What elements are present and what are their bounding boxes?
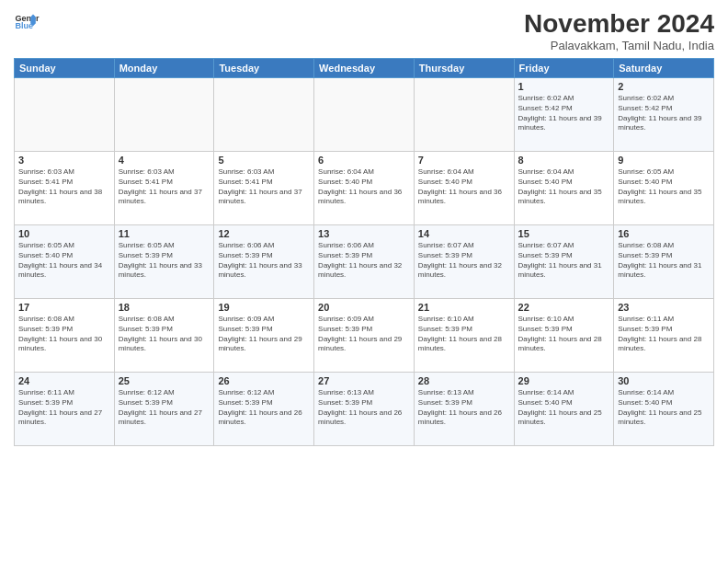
day-info: Sunrise: 6:09 AM Sunset: 5:39 PM Dayligh…: [318, 315, 410, 354]
day-number: 15: [518, 228, 610, 239]
day-info: Sunrise: 6:08 AM Sunset: 5:39 PM Dayligh…: [119, 315, 210, 354]
day-number: 3: [18, 155, 110, 166]
day-info: Sunrise: 6:09 AM Sunset: 5:39 PM Dayligh…: [218, 315, 310, 354]
day-info: Sunrise: 6:05 AM Sunset: 5:40 PM Dayligh…: [18, 241, 110, 281]
day-number: 7: [418, 155, 510, 166]
day-number: 1: [518, 81, 610, 92]
day-number: 4: [119, 155, 210, 166]
day-cell: 4Sunrise: 6:03 AM Sunset: 5:41 PM Daylig…: [114, 152, 214, 225]
day-cell: 17Sunrise: 6:08 AM Sunset: 5:39 PM Dayli…: [15, 299, 115, 373]
day-number: 23: [618, 302, 710, 313]
day-cell: 9Sunrise: 6:05 AM Sunset: 5:40 PM Daylig…: [614, 152, 714, 225]
header-wednesday: Wednesday: [314, 59, 415, 78]
calendar-table: Sunday Monday Tuesday Wednesday Thursday…: [14, 58, 714, 446]
week-row-3: 10Sunrise: 6:05 AM Sunset: 5:40 PM Dayli…: [15, 225, 714, 299]
day-number: 28: [418, 375, 510, 386]
day-cell: [15, 78, 115, 152]
day-number: 26: [218, 375, 310, 386]
day-cell: [314, 78, 415, 152]
day-info: Sunrise: 6:03 AM Sunset: 5:41 PM Dayligh…: [218, 167, 310, 207]
day-number: 14: [418, 228, 510, 239]
day-cell: 21Sunrise: 6:10 AM Sunset: 5:39 PM Dayli…: [414, 299, 514, 373]
day-cell: 28Sunrise: 6:13 AM Sunset: 5:39 PM Dayli…: [414, 373, 514, 446]
day-info: Sunrise: 6:07 AM Sunset: 5:39 PM Dayligh…: [418, 241, 510, 281]
day-cell: 29Sunrise: 6:14 AM Sunset: 5:40 PM Dayli…: [514, 373, 614, 446]
day-number: 30: [618, 375, 710, 386]
day-number: 27: [318, 375, 410, 386]
day-cell: 6Sunrise: 6:04 AM Sunset: 5:40 PM Daylig…: [314, 152, 415, 225]
day-cell: 14Sunrise: 6:07 AM Sunset: 5:39 PM Dayli…: [414, 225, 514, 299]
day-info: Sunrise: 6:07 AM Sunset: 5:39 PM Dayligh…: [518, 241, 610, 281]
subtitle: Palavakkam, Tamil Nadu, India: [524, 39, 714, 52]
day-info: Sunrise: 6:06 AM Sunset: 5:39 PM Dayligh…: [218, 241, 310, 281]
day-cell: 2Sunrise: 6:02 AM Sunset: 5:42 PM Daylig…: [614, 78, 714, 152]
day-info: Sunrise: 6:11 AM Sunset: 5:39 PM Dayligh…: [618, 315, 710, 354]
day-info: Sunrise: 6:04 AM Sunset: 5:40 PM Dayligh…: [318, 167, 410, 207]
week-row-5: 24Sunrise: 6:11 AM Sunset: 5:39 PM Dayli…: [15, 373, 714, 446]
day-number: 6: [318, 155, 410, 166]
svg-text:Blue: Blue: [15, 21, 33, 30]
day-cell: 7Sunrise: 6:04 AM Sunset: 5:40 PM Daylig…: [414, 152, 514, 225]
day-number: 20: [318, 302, 410, 313]
day-cell: 8Sunrise: 6:04 AM Sunset: 5:40 PM Daylig…: [514, 152, 614, 225]
header-tuesday: Tuesday: [214, 59, 314, 78]
day-number: 8: [518, 155, 610, 166]
header-row: Sunday Monday Tuesday Wednesday Thursday…: [15, 59, 714, 78]
week-row-4: 17Sunrise: 6:08 AM Sunset: 5:39 PM Dayli…: [15, 299, 714, 373]
day-cell: 24Sunrise: 6:11 AM Sunset: 5:39 PM Dayli…: [15, 373, 115, 446]
month-title: November 2024: [524, 9, 714, 39]
day-cell: 1Sunrise: 6:02 AM Sunset: 5:42 PM Daylig…: [514, 78, 614, 152]
day-info: Sunrise: 6:14 AM Sunset: 5:40 PM Dayligh…: [618, 388, 710, 428]
day-number: 5: [218, 155, 310, 166]
header-friday: Friday: [514, 59, 614, 78]
day-cell: 30Sunrise: 6:14 AM Sunset: 5:40 PM Dayli…: [614, 373, 714, 446]
day-cell: 23Sunrise: 6:11 AM Sunset: 5:39 PM Dayli…: [614, 299, 714, 373]
day-info: Sunrise: 6:08 AM Sunset: 5:39 PM Dayligh…: [18, 315, 110, 354]
page: General Blue November 2024 Palavakkam, T…: [0, 0, 728, 563]
title-block: November 2024 Palavakkam, Tamil Nadu, In…: [524, 9, 714, 52]
day-number: 25: [119, 375, 210, 386]
day-number: 24: [18, 375, 110, 386]
day-cell: [414, 78, 514, 152]
day-info: Sunrise: 6:02 AM Sunset: 5:42 PM Dayligh…: [618, 94, 710, 133]
header-saturday: Saturday: [614, 59, 714, 78]
day-number: 12: [218, 228, 310, 239]
day-info: Sunrise: 6:12 AM Sunset: 5:39 PM Dayligh…: [119, 388, 210, 428]
logo: General Blue: [14, 9, 40, 35]
day-info: Sunrise: 6:14 AM Sunset: 5:40 PM Dayligh…: [518, 388, 610, 428]
day-cell: 12Sunrise: 6:06 AM Sunset: 5:39 PM Dayli…: [214, 225, 314, 299]
day-number: 29: [518, 375, 610, 386]
day-number: 11: [119, 228, 210, 239]
day-cell: [114, 78, 214, 152]
day-info: Sunrise: 6:10 AM Sunset: 5:39 PM Dayligh…: [518, 315, 610, 354]
day-info: Sunrise: 6:03 AM Sunset: 5:41 PM Dayligh…: [18, 167, 110, 207]
day-info: Sunrise: 6:10 AM Sunset: 5:39 PM Dayligh…: [418, 315, 510, 354]
day-info: Sunrise: 6:05 AM Sunset: 5:39 PM Dayligh…: [119, 241, 210, 281]
day-info: Sunrise: 6:04 AM Sunset: 5:40 PM Dayligh…: [418, 167, 510, 207]
day-cell: 27Sunrise: 6:13 AM Sunset: 5:39 PM Dayli…: [314, 373, 415, 446]
day-info: Sunrise: 6:04 AM Sunset: 5:40 PM Dayligh…: [518, 167, 610, 207]
day-cell: 18Sunrise: 6:08 AM Sunset: 5:39 PM Dayli…: [114, 299, 214, 373]
day-info: Sunrise: 6:02 AM Sunset: 5:42 PM Dayligh…: [518, 94, 610, 133]
day-cell: 26Sunrise: 6:12 AM Sunset: 5:39 PM Dayli…: [214, 373, 314, 446]
day-info: Sunrise: 6:05 AM Sunset: 5:40 PM Dayligh…: [618, 167, 710, 207]
week-row-2: 3Sunrise: 6:03 AM Sunset: 5:41 PM Daylig…: [15, 152, 714, 225]
day-cell: 5Sunrise: 6:03 AM Sunset: 5:41 PM Daylig…: [214, 152, 314, 225]
header-thursday: Thursday: [414, 59, 514, 78]
day-cell: 16Sunrise: 6:08 AM Sunset: 5:39 PM Dayli…: [614, 225, 714, 299]
day-number: 17: [18, 302, 110, 313]
day-cell: 22Sunrise: 6:10 AM Sunset: 5:39 PM Dayli…: [514, 299, 614, 373]
day-number: 13: [318, 228, 410, 239]
day-info: Sunrise: 6:12 AM Sunset: 5:39 PM Dayligh…: [218, 388, 310, 428]
week-row-1: 1Sunrise: 6:02 AM Sunset: 5:42 PM Daylig…: [15, 78, 714, 152]
header-monday: Monday: [114, 59, 214, 78]
day-cell: 10Sunrise: 6:05 AM Sunset: 5:40 PM Dayli…: [15, 225, 115, 299]
day-cell: 3Sunrise: 6:03 AM Sunset: 5:41 PM Daylig…: [15, 152, 115, 225]
logo-icon: General Blue: [14, 9, 40, 35]
day-info: Sunrise: 6:08 AM Sunset: 5:39 PM Dayligh…: [618, 241, 710, 281]
day-cell: 25Sunrise: 6:12 AM Sunset: 5:39 PM Dayli…: [114, 373, 214, 446]
day-number: 2: [618, 81, 710, 92]
day-info: Sunrise: 6:06 AM Sunset: 5:39 PM Dayligh…: [318, 241, 410, 281]
day-cell: 20Sunrise: 6:09 AM Sunset: 5:39 PM Dayli…: [314, 299, 415, 373]
day-cell: 13Sunrise: 6:06 AM Sunset: 5:39 PM Dayli…: [314, 225, 415, 299]
